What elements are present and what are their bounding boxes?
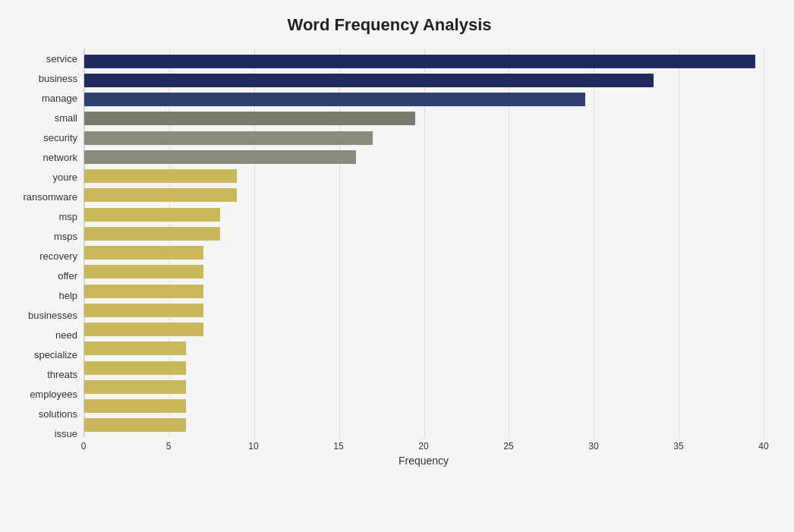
bar-row — [84, 149, 764, 165]
bar-row — [84, 206, 764, 223]
bar — [84, 93, 585, 106]
x-tick-label: 25 — [503, 441, 513, 452]
y-axis-label: ransomware — [15, 188, 83, 205]
y-axis-label: small — [15, 109, 83, 126]
bar-row — [84, 263, 764, 280]
x-tick-label: 40 — [758, 441, 768, 452]
y-axis-label: threats — [15, 367, 83, 383]
y-axis-label: employees — [15, 386, 83, 403]
bar — [84, 227, 220, 241]
bars-section — [83, 49, 764, 438]
bar — [84, 304, 203, 317]
y-axis-label: service — [15, 50, 83, 67]
bar-row — [84, 340, 764, 357]
x-axis-label: Frequency — [83, 455, 764, 467]
plot-area: 0510152025303540 Frequency — [83, 49, 764, 467]
y-axis-label: msps — [15, 228, 83, 244]
bar-row — [84, 379, 764, 395]
bar — [84, 55, 755, 68]
y-axis-label: youre — [15, 168, 83, 185]
x-tick-label: 30 — [588, 441, 598, 452]
x-tick-label: 20 — [418, 441, 428, 452]
bar-row — [84, 283, 764, 300]
y-axis-label: need — [15, 327, 83, 344]
x-tick-label: 15 — [333, 441, 343, 452]
x-tick-label: 10 — [248, 441, 258, 452]
bar — [84, 342, 186, 355]
y-axis-label: security — [15, 129, 83, 146]
bar-row — [84, 321, 764, 338]
bar — [84, 418, 186, 432]
bar — [84, 361, 186, 375]
bar — [84, 380, 186, 394]
y-axis-label: manage — [15, 90, 83, 106]
x-tick-label: 5 — [166, 441, 172, 452]
x-tick-label: 0 — [81, 441, 87, 452]
bar-row — [84, 53, 764, 70]
y-axis: servicebusinessmanagesmallsecuritynetwor… — [15, 49, 83, 467]
bar-row — [84, 360, 764, 376]
x-tick-label: 35 — [673, 441, 683, 452]
bar-row — [84, 225, 764, 242]
y-axis-label: businesses — [15, 307, 83, 324]
y-axis-label: help — [15, 288, 83, 304]
bar-row — [84, 417, 764, 433]
y-axis-label: msp — [15, 208, 83, 225]
y-axis-label: network — [15, 149, 83, 165]
bar — [84, 74, 654, 87]
x-axis: 0510152025303540 — [83, 438, 764, 453]
bar — [84, 285, 203, 298]
bars-wrapper — [84, 49, 764, 438]
grid-line — [764, 49, 764, 438]
chart-title: Word Frequency Analysis — [15, 15, 764, 35]
bar-row — [84, 110, 764, 127]
bar — [84, 112, 415, 125]
bar — [84, 265, 203, 279]
y-axis-label: offer — [15, 268, 83, 285]
bar-row — [84, 302, 764, 319]
bar — [84, 131, 373, 145]
bar — [84, 246, 203, 260]
bar — [84, 188, 237, 202]
bar-row — [84, 187, 764, 203]
bar-row — [84, 398, 764, 414]
bar-row — [84, 168, 764, 184]
bar-row — [84, 244, 764, 261]
bar — [84, 208, 220, 222]
bar — [84, 169, 237, 183]
bar — [84, 323, 203, 336]
chart-container: Word Frequency Analysis servicebusinessm… — [0, 0, 794, 532]
y-axis-label: recovery — [15, 247, 83, 264]
y-axis-label: issue — [15, 426, 83, 442]
bar — [84, 399, 186, 413]
bar — [84, 150, 356, 164]
chart-area: servicebusinessmanagesmallsecuritynetwor… — [15, 49, 764, 467]
y-axis-label: business — [15, 70, 83, 87]
bar-row — [84, 130, 764, 146]
y-axis-label: specialize — [15, 347, 83, 364]
x-axis-container: 0510152025303540 Frequency — [83, 438, 764, 467]
y-axis-label: solutions — [15, 406, 83, 423]
bar-row — [84, 72, 764, 89]
bar-row — [84, 91, 764, 108]
